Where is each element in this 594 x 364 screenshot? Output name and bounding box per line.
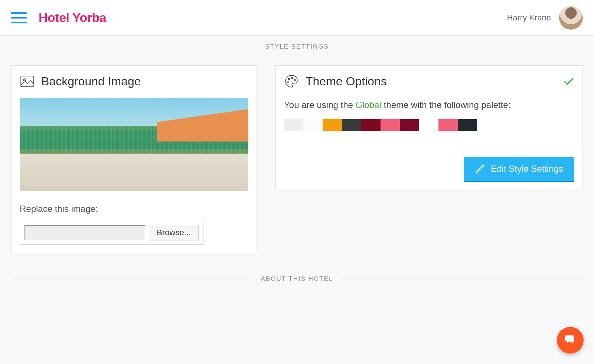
section-heading-about: ABOUT THIS HOTEL (254, 275, 341, 283)
background-image-preview (20, 98, 248, 191)
palette-swatch (438, 119, 458, 131)
cards-row: Background Image Replace this image: Bro… (11, 65, 583, 253)
theme-description: You are using the Global theme with the … (284, 98, 574, 112)
palette-swatch (361, 119, 381, 131)
edit-button-label: Edit Style Settings (491, 164, 563, 174)
brush-icon (475, 164, 485, 174)
palette-swatch (342, 119, 361, 131)
background-card-title-row: Background Image (20, 74, 248, 89)
theme-card-title: Theme Options (306, 75, 387, 88)
theme-text-prefix: You are using the (284, 100, 356, 110)
background-image-card: Background Image Replace this image: Bro… (11, 65, 257, 253)
file-input-group: Browse... (20, 221, 203, 245)
svg-point-4 (294, 79, 296, 81)
background-card-title: Background Image (41, 75, 141, 88)
check-icon (563, 77, 574, 86)
svg-point-1 (23, 79, 26, 81)
theme-card-header: Theme Options (284, 74, 574, 89)
palette-icon (284, 74, 299, 89)
palette-swatch (458, 119, 477, 131)
image-icon (20, 74, 35, 89)
section-divider-style: STYLE SETTINGS (11, 43, 583, 50)
main-content: STYLE SETTINGS Background Image Replace … (0, 36, 594, 305)
palette-swatch (303, 119, 323, 131)
palette-swatch (323, 119, 342, 131)
replace-image-label: Replace this image: (20, 204, 248, 214)
section-heading-style: STYLE SETTINGS (258, 43, 336, 50)
theme-name-link[interactable]: Global (356, 100, 381, 110)
svg-point-5 (287, 82, 289, 83)
palette-swatch (400, 119, 419, 131)
user-avatar[interactable] (559, 6, 583, 30)
chat-icon (564, 334, 577, 347)
theme-card-title-wrap: Theme Options (284, 74, 387, 89)
menu-toggle-button[interactable] (11, 12, 27, 23)
user-name-label: Harry Krane (507, 13, 551, 23)
palette-gap (419, 119, 438, 131)
file-path-input[interactable] (25, 225, 145, 240)
color-palette (284, 119, 574, 131)
svg-point-2 (288, 78, 290, 80)
theme-options-card: Theme Options You are using the Global t… (275, 65, 583, 189)
browse-button[interactable]: Browse... (149, 225, 199, 240)
svg-point-3 (291, 77, 293, 79)
palette-swatch (284, 119, 303, 131)
brand-title: Hotel Yorba (39, 10, 106, 25)
theme-text-suffix: theme with the following palette: (381, 100, 510, 110)
header-left: Hotel Yorba (11, 10, 106, 25)
section-divider-about: ABOUT THIS HOTEL (11, 275, 583, 283)
chat-fab-button[interactable] (557, 327, 584, 354)
header-right: Harry Krane (507, 6, 583, 30)
palette-swatch (381, 119, 400, 131)
edit-style-settings-button[interactable]: Edit Style Settings (464, 157, 574, 181)
app-header: Hotel Yorba Harry Krane (0, 0, 594, 36)
